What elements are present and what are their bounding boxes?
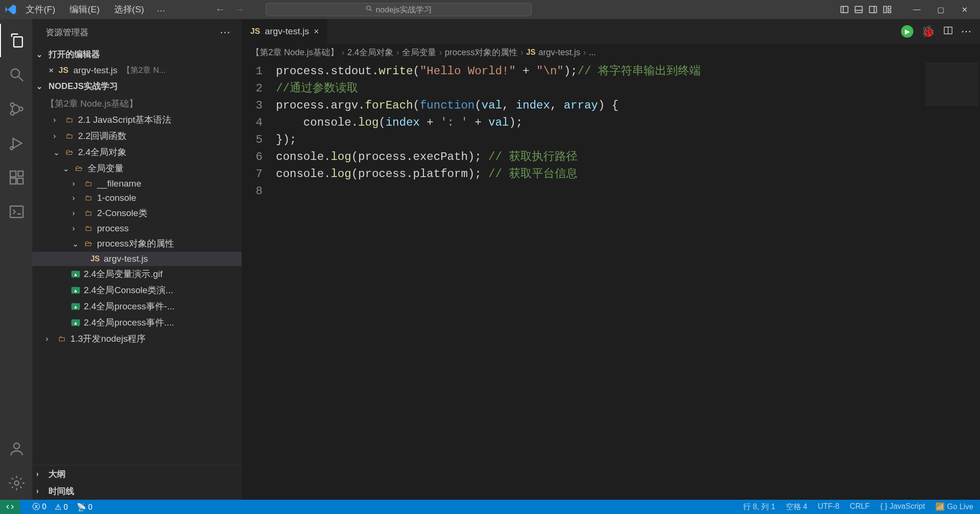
tree-folder[interactable]: › 🗀 __filename bbox=[32, 177, 242, 191]
editor-more-icon[interactable]: ⋯ bbox=[961, 25, 971, 38]
chevron-right-icon: › bbox=[439, 48, 442, 58]
image-icon: ▲ bbox=[71, 287, 80, 294]
remote-indicator[interactable] bbox=[0, 500, 20, 514]
command-center[interactable]: nodejs实战学习 bbox=[265, 3, 532, 16]
tree-file[interactable]: ▲ 2.4全局process事件-... bbox=[32, 298, 242, 315]
status-language[interactable]: { } JavaScript bbox=[880, 502, 925, 512]
activity-account[interactable] bbox=[0, 432, 32, 465]
activity-extensions[interactable] bbox=[0, 161, 32, 194]
status-warnings[interactable]: ⚠ 0 bbox=[55, 503, 68, 512]
activity-settings[interactable] bbox=[0, 466, 32, 500]
breadcrumb-item[interactable]: 2.4全局对象 bbox=[347, 47, 393, 58]
tree-file[interactable]: ▲ 2.4全局Console类演... bbox=[32, 282, 242, 298]
activity-explorer[interactable] bbox=[0, 24, 32, 57]
tree-label: 1.3开发nodejs程序 bbox=[70, 333, 146, 345]
nav-arrows: ← → bbox=[215, 3, 245, 16]
chevron-down-icon: ⌄ bbox=[36, 50, 45, 59]
tree-label: __filename bbox=[97, 178, 141, 189]
tree-label: 1-console bbox=[97, 193, 136, 203]
tree-label: 2.1 JavaScript基本语法 bbox=[78, 114, 171, 126]
tree-label: process对象的属性 bbox=[97, 237, 174, 250]
split-editor-icon[interactable] bbox=[943, 25, 953, 38]
svg-point-11 bbox=[10, 147, 13, 150]
status-bar: ⓧ 0 ⚠ 0 📡 0 行 8, 列 1 空格 4 UTF-8 CRLF { }… bbox=[0, 500, 980, 514]
close-icon[interactable]: × bbox=[49, 65, 54, 76]
status-line-col[interactable]: 行 8, 列 1 bbox=[743, 502, 775, 512]
svg-rect-14 bbox=[18, 178, 23, 184]
breadcrumb-item[interactable]: 【第2章 Node.js基础】 bbox=[251, 47, 339, 58]
menu-file[interactable]: 文件(F) bbox=[19, 1, 62, 18]
status-spaces[interactable]: 空格 4 bbox=[786, 502, 807, 512]
image-icon: ▲ bbox=[71, 303, 80, 310]
folder-icon: 🗀 bbox=[65, 115, 74, 125]
open-editors-label: 打开的编辑器 bbox=[49, 49, 100, 60]
breadcrumb-item[interactable]: 全局变量 bbox=[402, 47, 436, 58]
project-section[interactable]: ⌄ NODEJS实战学习 bbox=[32, 78, 242, 95]
status-errors[interactable]: ⓧ 0 bbox=[32, 502, 46, 512]
editor-tab[interactable]: JS argv-test.js × bbox=[242, 19, 328, 44]
chevron-right-icon: › bbox=[396, 48, 399, 58]
image-icon: ▲ bbox=[71, 271, 80, 277]
tree-folder[interactable]: ⌄ 🗁 全局变量 bbox=[32, 160, 242, 177]
tree-file[interactable]: ▲ 2.4全局process事件.... bbox=[32, 315, 242, 331]
tree-folder[interactable]: › 🗀 1.3开发nodejs程序 bbox=[32, 331, 242, 347]
debug-button[interactable]: 🐞 bbox=[921, 25, 935, 38]
open-editor-item[interactable]: × JS argv-test.js 【第2章 N... bbox=[32, 63, 242, 78]
chevron-right-icon: › bbox=[53, 132, 61, 140]
js-icon: JS bbox=[90, 254, 100, 264]
menu-select[interactable]: 选择(S) bbox=[108, 1, 151, 18]
tree-folder[interactable]: › 🗀 2.2回调函数 bbox=[32, 128, 242, 144]
tree-folder[interactable]: 【第2章 Node.js基础】 bbox=[32, 96, 242, 112]
status-encoding[interactable]: UTF-8 bbox=[818, 502, 839, 512]
status-eol[interactable]: CRLF bbox=[850, 502, 870, 512]
layout-panel-bottom-icon[interactable] bbox=[853, 4, 864, 15]
tree-file[interactable]: JS argv-test.js bbox=[32, 252, 242, 266]
tree-folder[interactable]: ⌄ 🗁 process对象的属性 bbox=[32, 236, 242, 252]
status-ports[interactable]: 📡 0 bbox=[77, 503, 92, 512]
menu-edit[interactable]: 编辑(E) bbox=[63, 1, 106, 18]
tree-label: 2.4全局Console类演... bbox=[84, 284, 173, 297]
activity-run-debug[interactable] bbox=[0, 127, 32, 160]
line-number-gutter: 12345678 bbox=[242, 61, 276, 500]
tree-folder[interactable]: ⌄ 🗁 2.4全局对象 bbox=[32, 144, 242, 160]
menu-bar: 文件(F) 编辑(E) 选择(S) … bbox=[19, 1, 170, 18]
open-editors-section[interactable]: ⌄ 打开的编辑器 bbox=[32, 46, 242, 63]
chevron-right-icon: › bbox=[46, 335, 53, 343]
breadcrumb-item[interactable]: argv-test.js bbox=[539, 48, 580, 58]
code-editor[interactable]: 12345678 process.stdout.write("Hello Wor… bbox=[242, 61, 980, 500]
nav-forward-icon[interactable]: → bbox=[234, 3, 245, 16]
folder-open-icon: 🗁 bbox=[74, 164, 84, 173]
layout-customize-icon[interactable] bbox=[882, 4, 892, 15]
layout-panel-left-icon[interactable] bbox=[839, 4, 850, 15]
tree-file[interactable]: ▲ 2.4全局变量演示.gif bbox=[32, 266, 242, 282]
sidebar-more-icon[interactable]: ⋯ bbox=[220, 26, 230, 39]
editor-tabs: JS argv-test.js × ▶ 🐞 ⋯ bbox=[242, 19, 980, 44]
status-golive[interactable]: 📶 Go Live bbox=[935, 502, 973, 512]
outline-section[interactable]: › 大纲 bbox=[32, 465, 242, 483]
svg-rect-16 bbox=[10, 206, 23, 217]
code-content[interactable]: process.stdout.write("Hello World!" + "\… bbox=[276, 61, 980, 500]
tree-folder[interactable]: › 🗀 2-Console类 bbox=[32, 205, 242, 221]
timeline-section[interactable]: › 时间线 bbox=[32, 483, 242, 500]
tab-close-icon[interactable]: × bbox=[314, 27, 319, 37]
layout-panel-right-icon[interactable] bbox=[868, 4, 878, 15]
window-minimize-button[interactable]: — bbox=[905, 0, 929, 19]
svg-point-8 bbox=[10, 103, 14, 107]
breadcrumb-item[interactable]: process对象的属性 bbox=[445, 47, 518, 58]
minimap[interactable] bbox=[926, 63, 978, 106]
tree-folder[interactable]: › 🗀 process bbox=[32, 221, 242, 236]
activity-source-control[interactable] bbox=[0, 92, 32, 126]
tree-label: 2.2回调函数 bbox=[78, 130, 127, 142]
activity-search[interactable] bbox=[0, 58, 32, 91]
nav-back-icon[interactable]: ← bbox=[215, 3, 225, 16]
breadcrumb-item[interactable]: ... bbox=[589, 48, 596, 58]
run-button[interactable]: ▶ bbox=[901, 25, 913, 38]
breadcrumbs[interactable]: 【第2章 Node.js基础】 › 2.4全局对象 › 全局变量 › proce… bbox=[242, 44, 980, 61]
tree-folder[interactable]: › 🗀 2.1 JavaScript基本语法 bbox=[32, 112, 242, 128]
sidebar-explorer: 资源管理器 ⋯ ⌄ 打开的编辑器 × JS argv-test.js 【第2章 … bbox=[32, 19, 242, 500]
activity-terminal[interactable] bbox=[0, 195, 32, 228]
menu-more[interactable]: … bbox=[152, 1, 170, 18]
window-maximize-button[interactable]: ▢ bbox=[929, 0, 952, 19]
tree-folder[interactable]: › 🗀 1-console bbox=[32, 191, 242, 205]
window-close-button[interactable]: ✕ bbox=[952, 0, 976, 19]
